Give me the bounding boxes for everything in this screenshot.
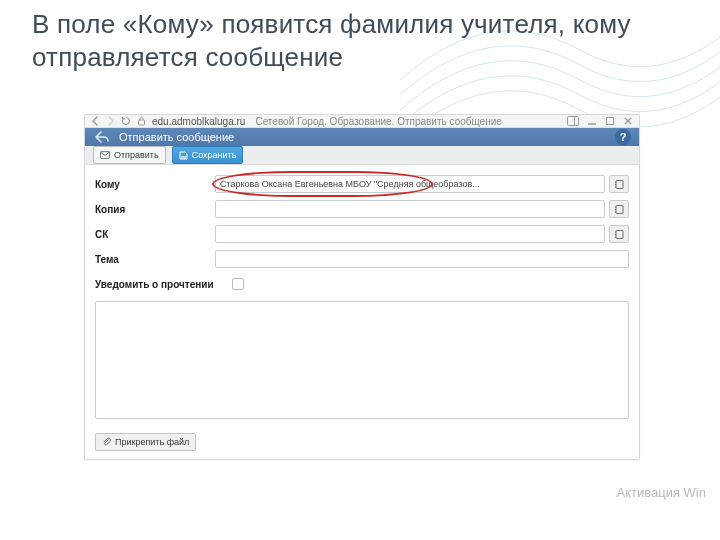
browser-chrome: edu.admoblkaluga.ru Сетевой Город. Образ… xyxy=(85,115,639,128)
compose-form: Кому Старкова Оксана Евгеньевна МБОУ "Ср… xyxy=(85,165,639,427)
toolbar: Отправить Сохранить xyxy=(85,146,639,165)
subject-field[interactable] xyxy=(215,250,629,268)
minimize-icon[interactable] xyxy=(587,116,597,126)
save-icon xyxy=(179,151,188,160)
nav-arrows xyxy=(91,116,115,126)
subject-label: Тема xyxy=(95,254,215,265)
subject-input[interactable] xyxy=(220,254,624,265)
notify-label: Уведомить о прочтении xyxy=(95,279,214,290)
reload-icon[interactable] xyxy=(121,116,131,126)
copy-input[interactable] xyxy=(220,204,600,215)
addressbook-icon xyxy=(614,229,625,240)
appbar-back-icon[interactable] xyxy=(93,128,111,146)
slide-title: В поле «Кому» появится фамилия учителя, … xyxy=(32,8,690,73)
addressbook-icon xyxy=(614,204,625,215)
sk-input[interactable] xyxy=(220,229,600,240)
svg-rect-4 xyxy=(607,118,614,125)
lock-icon xyxy=(137,116,146,126)
page-title-text: Сетевой Город. Образование. Отправить со… xyxy=(255,116,561,127)
browser-window: edu.admoblkaluga.ru Сетевой Город. Образ… xyxy=(84,114,640,460)
row-notify: Уведомить о прочтении xyxy=(95,273,629,295)
svg-rect-0 xyxy=(139,120,145,125)
app-bar: Отправить сообщение ? xyxy=(85,128,639,146)
save-button-label: Сохранить xyxy=(192,150,237,160)
windows-activation-watermark: Активация Win xyxy=(617,485,706,500)
window-controls xyxy=(567,116,633,126)
back-arrow-icon[interactable] xyxy=(91,116,101,126)
copy-field[interactable] xyxy=(215,200,605,218)
to-addressbook-button[interactable] xyxy=(609,175,629,193)
maximize-icon[interactable] xyxy=(605,116,615,126)
paperclip-icon xyxy=(102,437,111,447)
row-sk: СК xyxy=(95,223,629,245)
to-label: Кому xyxy=(95,179,215,190)
appbar-title: Отправить сообщение xyxy=(119,131,234,143)
attach-row: Прикрепить файл xyxy=(85,427,639,459)
send-button[interactable]: Отправить xyxy=(93,146,166,164)
row-copy: Копия xyxy=(95,198,629,220)
forward-arrow-icon[interactable] xyxy=(105,116,115,126)
send-button-label: Отправить xyxy=(114,150,159,160)
attach-file-button[interactable]: Прикрепить файл xyxy=(95,433,196,451)
save-button[interactable]: Сохранить xyxy=(172,146,244,164)
envelope-icon xyxy=(100,151,110,159)
copy-addressbook-button[interactable] xyxy=(609,200,629,218)
row-subject: Тема xyxy=(95,248,629,270)
notify-checkbox[interactable] xyxy=(232,278,244,290)
close-icon[interactable] xyxy=(623,116,633,126)
sk-field[interactable] xyxy=(215,225,605,243)
help-icon[interactable]: ? xyxy=(615,129,631,145)
sk-label: СК xyxy=(95,229,215,240)
attach-file-label: Прикрепить файл xyxy=(115,437,189,447)
message-body[interactable] xyxy=(95,301,629,419)
to-field[interactable]: Старкова Оксана Евгеньевна МБОУ "Средняя… xyxy=(215,175,605,193)
svg-rect-15 xyxy=(616,230,623,238)
copy-label: Копия xyxy=(95,204,215,215)
url-domain: edu.admoblkaluga.ru xyxy=(152,116,245,127)
to-value: Старкова Оксана Евгеньевна МБОУ "Средняя… xyxy=(220,179,480,189)
row-to: Кому Старкова Оксана Евгеньевна МБОУ "Ср… xyxy=(95,173,629,195)
addressbook-icon xyxy=(614,179,625,190)
svg-rect-1 xyxy=(568,117,579,126)
svg-rect-6 xyxy=(181,156,186,159)
svg-rect-7 xyxy=(616,180,623,188)
sidebar-icon[interactable] xyxy=(567,116,579,126)
svg-rect-11 xyxy=(616,205,623,213)
sk-addressbook-button[interactable] xyxy=(609,225,629,243)
